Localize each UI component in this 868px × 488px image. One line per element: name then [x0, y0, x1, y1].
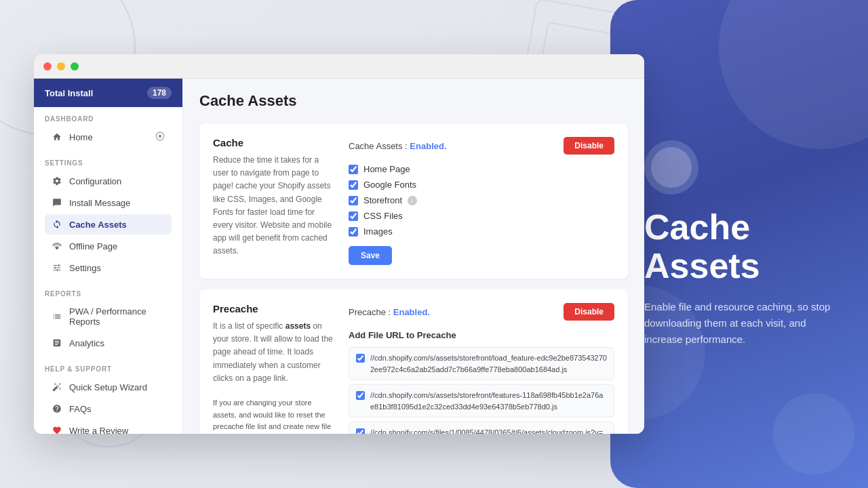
cache-status-label: Cache Assets : [349, 141, 408, 151]
url-item-2: //cdn.shopify.com/s/assets/storefront/fe… [349, 384, 614, 418]
sidebar-item-cache-assets[interactable]: Cache Assets [45, 214, 172, 235]
traffic-light-green[interactable] [71, 62, 79, 70]
sidebar: Total Install 178 DASHBOARD Home S [34, 79, 183, 434]
wifi-icon [52, 241, 62, 251]
home-icon [52, 131, 62, 142]
sidebar-item-analytics[interactable]: Analytics [45, 333, 172, 353]
chart-icon [52, 311, 62, 322]
cache-status-text: Cache Assets : Enabled. [349, 141, 447, 151]
cache-card-right: Cache Assets : Enabled. Disable Home Pag… [349, 137, 614, 265]
sidebar-section-reports: REPORTS PWA / Performance Reports Analyt… [34, 282, 182, 357]
precache-add-url-label: Add File URL to Precache [349, 330, 614, 340]
sidebar-section-label-help: HELP & SUPPORT [45, 365, 172, 373]
sidebar-section-settings: SETTINGS Configuration Install Message [34, 151, 182, 282]
sidebar-section-label-reports: REPORTS [45, 290, 172, 298]
cache-save-button[interactable]: Save [349, 246, 392, 265]
sidebar-item-faqs-label: FAQs [69, 404, 92, 414]
browser-window: Total Install 178 DASHBOARD Home S [34, 54, 644, 434]
precache-disable-button[interactable]: Disable [564, 303, 614, 321]
checkbox-storefront-label: Storefront [363, 195, 402, 205]
url-checkbox-2[interactable] [356, 391, 365, 400]
checkbox-home-page[interactable]: Home Page [349, 164, 614, 174]
page-title: Cache Assets [199, 92, 628, 110]
right-panel-circle-inner [651, 147, 692, 188]
checkbox-css-files[interactable]: CSS Files [349, 211, 614, 221]
sidebar-item-write-review-label: Write a Review [69, 426, 128, 434]
sidebar-section-label-dashboard: DASHBOARD [45, 115, 172, 123]
sidebar-header-title: Total Install [45, 88, 93, 98]
message-icon [52, 197, 62, 208]
main-content: Cache Assets Cache Reduce the time it ta… [183, 79, 644, 434]
sidebar-item-home-label: Home [69, 132, 93, 142]
sidebar-item-install-message[interactable]: Install Message [45, 192, 172, 213]
heart-icon [52, 425, 62, 434]
sidebar-section-dashboard: DASHBOARD Home [34, 107, 182, 151]
url-item-3: //cdn.shopify.com/s/files/1/0085/4478/03… [349, 422, 614, 434]
checkbox-home-page-input[interactable] [349, 165, 358, 174]
sidebar-item-home[interactable]: Home [45, 127, 172, 147]
sidebar-header-badge: 178 [147, 87, 172, 99]
precache-card-right: Precache : Enabled. Disable Add File URL… [349, 303, 614, 434]
checkbox-storefront[interactable]: Storefront i [349, 195, 614, 205]
checkbox-images-input[interactable] [349, 227, 358, 237]
sidebar-section-label-settings: SETTINGS [45, 159, 172, 167]
precache-url-list: //cdn.shopify.com/s/assets/storefront/lo… [349, 347, 614, 434]
svg-point-1 [159, 135, 162, 138]
checkbox-images-label: Images [363, 226, 393, 237]
checkbox-google-fonts-label: Google Fonts [363, 180, 416, 190]
right-panel-circle [644, 140, 698, 195]
sidebar-item-quick-setup[interactable]: Quick Setup Wizard [45, 377, 172, 397]
sidebar-header: Total Install 178 [34, 79, 182, 107]
traffic-light-yellow[interactable] [57, 62, 65, 70]
url-text-3: //cdn.shopify.com/s/files/1/0085/4478/03… [370, 427, 607, 434]
url-checkbox-3[interactable] [356, 428, 365, 434]
checkbox-google-fonts[interactable]: Google Fonts [349, 180, 614, 190]
checkbox-storefront-input[interactable] [349, 196, 358, 205]
sidebar-item-settings-label: Settings [69, 263, 101, 273]
storefront-info-icon[interactable]: i [408, 196, 417, 205]
right-panel-description: Enable file and resource caching, so sto… [644, 299, 834, 348]
help-icon [52, 403, 62, 414]
precache-card-left: Precache It is a list of specific assets… [213, 303, 335, 434]
sidebar-item-pwa-reports-label: PWA / Performance Reports [69, 306, 165, 327]
url-text-1: //cdn.shopify.com/s/assets/storefront/lo… [370, 352, 607, 375]
precache-status-bar: Precache : Enabled. Disable [349, 303, 614, 321]
sidebar-item-offline-page-label: Offline Page [69, 241, 117, 251]
cache-disable-button[interactable]: Disable [564, 137, 614, 155]
sidebar-item-offline-page[interactable]: Offline Page [45, 236, 172, 256]
analytics-icon [52, 338, 62, 348]
gear-icon [52, 176, 62, 186]
sidebar-item-configuration-label: Configuration [69, 176, 121, 186]
sidebar-item-settings[interactable]: Settings [45, 258, 172, 278]
sidebar-item-cache-assets-label: Cache Assets [69, 220, 127, 230]
checkbox-css-files-input[interactable] [349, 211, 358, 221]
precache-description-1: It is a list of specific assets on your … [213, 320, 335, 385]
sidebar-item-quick-setup-label: Quick Setup Wizard [69, 382, 147, 392]
precache-status-label: Precache : [349, 307, 391, 317]
cache-section-description: Reduce the time it takes for a user to n… [213, 154, 335, 258]
url-checkbox-1[interactable] [356, 354, 365, 363]
cache-card-layout: Cache Reduce the time it takes for a use… [213, 137, 614, 265]
checkbox-google-fonts-input[interactable] [349, 180, 358, 190]
checkbox-images[interactable]: Images [349, 226, 614, 237]
precache-status-text: Precache : Enabled. [349, 307, 430, 317]
sidebar-item-write-review[interactable]: Write a Review [45, 420, 172, 434]
sidebar-item-install-message-label: Install Message [69, 198, 130, 208]
sidebar-section-help: HELP & SUPPORT Quick Setup Wizard FAQs [34, 357, 182, 434]
url-text-2: //cdn.shopify.com/s/assets/storefront/fe… [370, 390, 607, 412]
sidebar-item-faqs[interactable]: FAQs [45, 399, 172, 419]
cache-section-title: Cache [213, 137, 335, 148]
cache-checkbox-list: Home Page Google Fonts Storefront i [349, 164, 614, 237]
precache-section-title: Precache [213, 303, 335, 314]
sidebar-item-configuration[interactable]: Configuration [45, 171, 172, 191]
cache-status-value: Enabled. [410, 141, 446, 151]
checkbox-css-files-label: CSS Files [363, 211, 403, 221]
app-layout: Total Install 178 DASHBOARD Home S [34, 79, 644, 434]
precache-card-layout: Precache It is a list of specific assets… [213, 303, 614, 434]
traffic-light-red[interactable] [43, 62, 52, 70]
sidebar-item-pwa-reports[interactable]: PWA / Performance Reports [45, 302, 172, 331]
cache-card: Cache Reduce the time it takes for a use… [199, 123, 628, 279]
cache-status-bar: Cache Assets : Enabled. Disable [349, 137, 614, 155]
precache-card: Precache It is a list of specific assets… [199, 289, 628, 434]
target-icon [155, 131, 166, 142]
